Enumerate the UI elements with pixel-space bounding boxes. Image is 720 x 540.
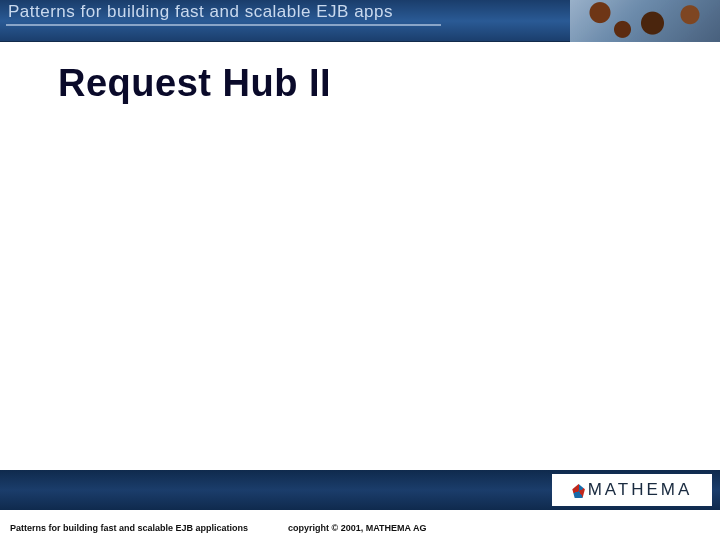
header-bar: Patterns for building fast and scalable … xyxy=(0,0,720,42)
slide: Patterns for building fast and scalable … xyxy=(0,0,720,540)
footer: Patterns for building fast and scalable … xyxy=(0,518,720,538)
header-decorative-image xyxy=(570,0,720,42)
page-title: Request Hub II xyxy=(58,62,331,105)
mathema-logo: MATHEMA xyxy=(552,474,712,506)
bottom-bar: MATHEMA xyxy=(0,470,720,510)
header-underline xyxy=(6,24,441,26)
footer-left: Patterns for building fast and scalable … xyxy=(10,523,248,533)
logo-text: MATHEMA xyxy=(588,480,693,500)
footer-right: copyright © 2001, MATHEMA AG xyxy=(288,523,426,533)
logo-icon xyxy=(572,484,586,498)
header-title: Patterns for building fast and scalable … xyxy=(8,2,393,22)
